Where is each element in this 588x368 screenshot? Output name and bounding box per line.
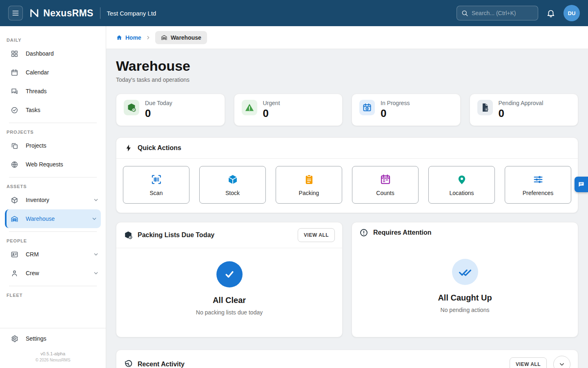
breadcrumb-home-link[interactable]: Home [116,34,141,41]
chevron-down-icon [93,197,99,203]
bell-icon [546,9,555,18]
stat-card-urgent: Urgent 0 [234,94,343,126]
quick-action-label: Preferences [523,190,553,196]
divider [9,123,97,123]
sidebar-item-warehouse[interactable]: Warehouse [5,209,101,228]
calendar-clock-icon [359,100,375,115]
sidebar-item-label: Threads [26,88,99,94]
breadcrumb-current-label: Warehouse [171,34,201,41]
sidebar: DAILY Dashboard Calendar Threads Tasks P… [0,26,106,368]
crew-icon [11,269,18,277]
cube-icon [227,174,238,185]
breadcrumb-current: Warehouse [155,31,207,44]
chevron-down-icon [93,251,99,258]
stat-card-due-today: Due Today 0 [116,94,225,126]
sidebar-item-label: CRM [26,251,85,258]
section-label-people: PEOPLE [7,238,99,243]
sidebar-item-label: Crew [26,270,85,276]
barcode-icon [151,174,162,185]
packing-lists-title: Packing Lists Due Today [138,231,214,239]
sidebar-item-label: Tasks [26,107,99,113]
sidebar-item-tasks[interactable]: Tasks [0,101,106,119]
calendar-icon [11,69,18,76]
sidebar-item-web-requests[interactable]: Web Requests [0,155,106,174]
packing-lists-card: Packing Lists Due Today VIEW ALL All Cle… [116,222,343,337]
inventory-icon [11,196,18,204]
breadcrumb: Home Warehouse [106,26,588,49]
warning-triangle-icon [242,100,257,115]
stat-value: 0 [499,107,543,120]
quick-action-label: Packing [299,190,319,196]
recent-activity-actions: VIEW ALL [510,356,570,368]
sidebar-item-threads[interactable]: Threads [0,82,106,101]
topbar: NexusRMS Test Company Ltd DU [0,0,588,26]
clipboard-icon [303,174,315,185]
sidebar-item-dashboard[interactable]: Dashboard [0,44,106,63]
requires-attention-body: All Caught Up No pending actions [352,243,578,337]
sidebar-item-label: Projects [26,142,99,149]
empty-state-title: All Clear [213,296,246,305]
box-clock-icon [124,231,133,240]
dashboard-icon [11,50,18,58]
gear-icon [11,335,18,343]
hamburger-menu-button[interactable] [8,6,23,20]
quick-actions-title: Quick Actions [138,144,181,152]
crm-icon [11,251,18,258]
page-content: Warehouse Today's tasks and operations D… [106,49,588,368]
quick-action-packing[interactable]: Packing [276,166,342,204]
empty-state-subtitle: No pending actions [441,307,490,313]
recent-activity-card: Recent Activity VIEW ALL [116,350,578,368]
threads-icon [11,88,18,95]
brand[interactable]: NexusRMS [29,7,94,19]
user-avatar[interactable]: DU [564,5,580,21]
warehouse-icon [11,215,18,223]
divider [9,286,97,286]
quick-action-locations[interactable]: Locations [428,166,495,204]
packing-lists-header: Packing Lists Due Today VIEW ALL [116,222,342,248]
empty-state-title: All Caught Up [438,293,492,303]
sidebar-nav: DAILY Dashboard Calendar Threads Tasks P… [0,26,106,328]
main-area: Home Warehouse Warehouse Today's tasks a… [106,26,588,368]
quick-action-preferences[interactable]: Preferences [505,166,571,204]
home-icon [116,34,122,41]
sidebar-item-label: Web Requests [26,161,99,168]
activity-view-all-button[interactable]: VIEW ALL [510,357,547,368]
sidebar-item-calendar[interactable]: Calendar [0,63,106,82]
requires-attention-card: Requires Attention All Caught Up No pend… [352,222,578,337]
recent-activity-title: Recent Activity [138,361,185,368]
sidebar-item-label: Calendar [26,69,99,76]
warehouse-icon [161,34,167,41]
divider [9,231,97,232]
page-title: Warehouse [116,58,578,74]
tasks-icon [11,106,18,114]
section-label-daily: DAILY [7,38,99,43]
nexus-logo-icon [29,7,40,19]
sidebar-item-projects[interactable]: Projects [0,136,106,155]
sidebar-item-label: Warehouse [26,215,84,222]
copyright: © 2026 NexusRMS [0,358,106,362]
hamburger-menu-icon [11,9,20,17]
sidebar-item-crm[interactable]: CRM [0,245,106,264]
requires-attention-header: Requires Attention [352,222,578,243]
quick-action-stock[interactable]: Stock [199,166,266,204]
sidebar-item-crew[interactable]: Crew [0,264,106,283]
sidebar-footer: v0.5.1-alpha © 2026 NexusRMS [0,349,106,368]
quick-action-counts[interactable]: Counts [352,166,419,204]
company-name: Test Company Ltd [107,10,156,17]
feedback-button[interactable] [575,177,588,192]
alert-circle-icon [359,228,368,237]
packing-view-all-button[interactable]: VIEW ALL [298,228,335,242]
notifications-button[interactable] [546,9,555,18]
empty-state-subtitle: No packing lists due today [196,309,263,316]
history-clock-icon [124,360,133,368]
sidebar-bottom: Settings v0.5.1-alpha © 2026 NexusRMS [0,328,106,368]
stat-value: 0 [145,107,172,120]
sidebar-item-settings[interactable]: Settings [0,328,106,349]
brand-name: NexusRMS [43,8,94,19]
search-input[interactable] [472,10,534,16]
collapse-button[interactable] [553,356,570,368]
sidebar-item-inventory[interactable]: Inventory [0,191,106,209]
quick-action-scan[interactable]: Scan [123,166,189,204]
global-search[interactable] [457,6,538,20]
stat-card-in-progress: In Progress 0 [352,94,461,126]
